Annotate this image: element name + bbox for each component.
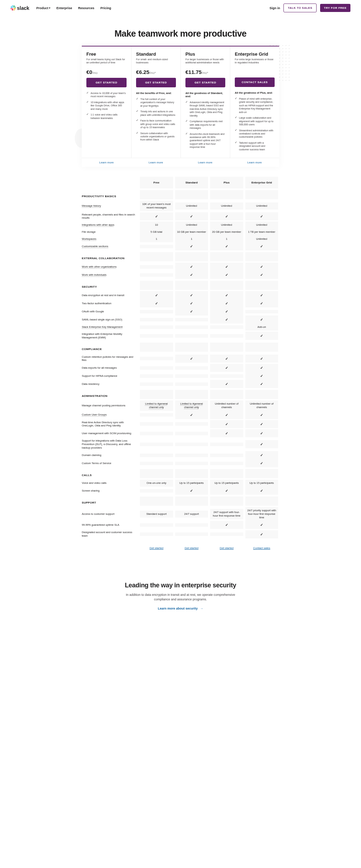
table-cell: One-on-one only — [140, 480, 173, 487]
table-cell: Standard support — [140, 511, 173, 518]
table-cell — [175, 355, 208, 363]
table-cell — [140, 366, 173, 370]
category-header: SUPPORT — [82, 495, 139, 507]
table-cta-link[interactable]: Get started — [139, 544, 174, 552]
table-cell — [175, 318, 208, 321]
table-cell — [175, 263, 208, 271]
table-cta-link[interactable]: Contact sales — [244, 544, 280, 552]
hero-title: Make teamwork more productive — [0, 29, 361, 39]
row-label: Work with other organizations — [82, 263, 139, 270]
row-label: Slack Enterprise Key Management — [82, 324, 139, 331]
learn-more-link[interactable]: Learn more — [180, 158, 230, 167]
table-cta-link[interactable]: Get started — [174, 544, 209, 552]
talk-to-sales-button[interactable]: TALK TO SALES — [283, 4, 316, 12]
col-header: Free — [140, 177, 173, 188]
table-cell — [210, 429, 243, 437]
table-cell — [175, 325, 208, 329]
row-label: Work with individuals — [82, 271, 139, 279]
category-header: COMPLIANCE — [82, 341, 139, 354]
plan-cta-button[interactable]: GET STARTED — [136, 78, 176, 87]
security-link[interactable]: Learn more about security → — [158, 607, 203, 610]
plan-feature: Peace of mind with enterprise-grade secu… — [235, 97, 275, 114]
learn-more-link[interactable]: Learn more — [131, 158, 180, 167]
nav-resources[interactable]: Resources — [78, 6, 94, 10]
plan-cta-button[interactable]: GET STARTED — [185, 78, 225, 87]
plan-features: Peace of mind with enterprise-grade secu… — [235, 97, 275, 151]
table-cell: Unlimited — [210, 202, 243, 210]
row-label: Data encryption at rest and in transit — [82, 292, 139, 299]
row-label: Custom retention policies for messages a… — [82, 354, 139, 364]
nav-enterprise[interactable]: Enterprise — [56, 6, 72, 10]
table-cell — [175, 382, 208, 386]
col-header: Plus — [210, 177, 243, 188]
table-cell — [175, 271, 208, 279]
table-cell — [140, 454, 173, 457]
plan-feature: The full context of your organization's … — [136, 98, 176, 107]
table-cell — [140, 299, 173, 307]
table-cell — [140, 489, 173, 493]
plan-price: €0/mo — [86, 69, 127, 75]
logo[interactable]: slack — [11, 5, 29, 11]
security-title: Leading the way in enterprise security — [0, 582, 361, 589]
table-cell — [175, 212, 208, 220]
table-cell: 1 — [175, 236, 208, 243]
plan-feature: Access to 10,000 of your team's most rec… — [86, 92, 127, 98]
nav-links: Product▾ Enterprise Resources Pricing — [36, 6, 111, 10]
table-cell: 5 GB total — [140, 229, 173, 236]
try-for-free-button[interactable]: TRY FOR FREE — [320, 4, 350, 12]
nav-pricing[interactable]: Pricing — [100, 6, 111, 10]
table-cell — [245, 420, 279, 428]
nav-product[interactable]: Product▾ — [36, 6, 50, 10]
table-cell — [140, 532, 173, 536]
plan-standard: Standard For small- and medium-sized bus… — [131, 46, 180, 158]
table-cell — [140, 318, 173, 321]
table-cell: Unlimited number of channels — [210, 400, 243, 411]
row-label: Customizable sections — [82, 243, 139, 250]
table-cell — [175, 334, 208, 338]
table-cell — [245, 429, 279, 437]
plan-name: Plus — [185, 51, 225, 57]
plan-feature: Streamlined administration with centrali… — [235, 129, 275, 139]
table-cell: Up to 15 participants — [245, 480, 279, 487]
table-cell — [210, 263, 243, 271]
table-cell — [245, 530, 279, 538]
row-label: Message history — [82, 202, 139, 210]
table-cell: 10K of your team's most recent messages — [140, 201, 173, 211]
table-cell — [245, 411, 279, 419]
table-cell — [245, 291, 279, 299]
plan-cta-button[interactable]: CONTACT SALES — [235, 77, 275, 87]
table-cell — [140, 291, 173, 299]
col-header: Enterprise Grid — [245, 177, 279, 188]
table-cell — [210, 374, 243, 378]
row-label: Custom Terms of Service — [82, 460, 139, 467]
table-cell — [140, 273, 173, 277]
category-header: EXTERNAL COLLABORATION — [82, 250, 139, 263]
table-cell — [140, 245, 173, 248]
table-cell — [210, 454, 243, 457]
plan-cta-button[interactable]: GET STARTED — [86, 78, 127, 87]
plan-feature: Timely info and actions in one place wit… — [136, 110, 176, 117]
table-cell — [245, 316, 279, 324]
table-cell — [210, 355, 243, 363]
table-cell — [245, 459, 279, 467]
table-cell — [140, 265, 173, 269]
table-cell — [245, 242, 279, 250]
table-cell — [210, 291, 243, 299]
category-header: PRODUCTIVITY BASICS — [82, 188, 139, 201]
row-label: Workspaces — [82, 236, 139, 243]
signin-link[interactable]: Sign in — [269, 6, 280, 10]
table-cell — [175, 242, 208, 250]
table-cell: Add-on — [245, 324, 279, 331]
table-cta-link[interactable]: Get started — [209, 544, 244, 552]
table-cell — [140, 422, 173, 426]
row-label: OAuth with Google — [82, 308, 139, 315]
table-cell: Limited to #general channel only — [140, 400, 173, 411]
learn-more-link[interactable]: Learn more — [82, 158, 131, 167]
row-label: Custom User Groups — [82, 411, 139, 418]
brand-name: slack — [17, 5, 29, 11]
table-cell — [175, 411, 208, 419]
row-label: Relevant people, channels and files in s… — [82, 211, 139, 222]
row-label: Real-time Active Directory sync with One… — [82, 419, 139, 430]
learn-more-link[interactable]: Learn more — [230, 158, 279, 167]
table-cell — [210, 307, 243, 316]
